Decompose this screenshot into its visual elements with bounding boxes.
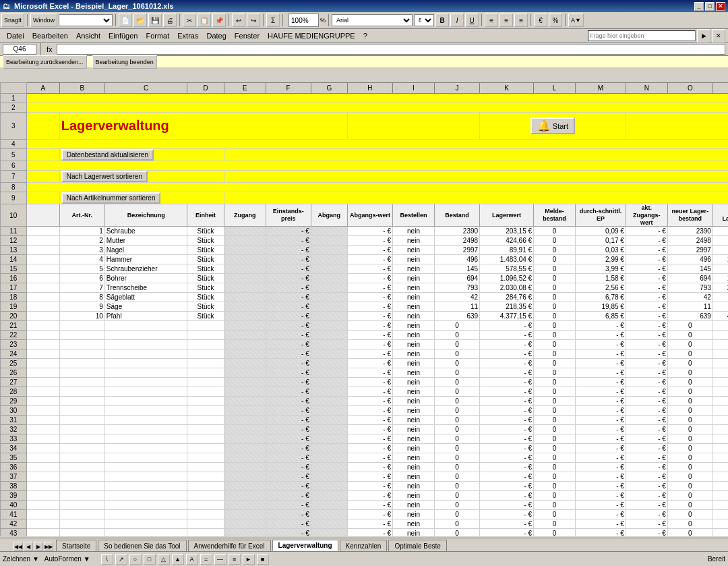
font-name-select[interactable]: Arial: [332, 14, 413, 26]
menu-dateg[interactable]: Dateg: [202, 29, 230, 42]
col-header-e[interactable]: E: [224, 83, 266, 94]
snagit-btn[interactable]: SnagIt: [1, 13, 24, 27]
col-header-g[interactable]: G: [311, 83, 347, 94]
menu-einfuegen[interactable]: Einfügen: [104, 29, 142, 42]
color-btn[interactable]: A▼: [568, 13, 584, 27]
draw-rect-btn[interactable]: □: [144, 554, 156, 565]
play-btn[interactable]: ►: [243, 554, 255, 565]
separator-line-btn[interactable]: =: [200, 554, 212, 565]
col-header-l[interactable]: L: [534, 83, 576, 94]
percent-btn[interactable]: %: [549, 13, 562, 27]
col-header-h[interactable]: H: [347, 83, 392, 94]
col-header-m[interactable]: M: [576, 83, 626, 94]
cut-btn[interactable]: ✂: [183, 13, 196, 27]
maximize-btn[interactable]: □: [705, 2, 715, 11]
menu-bearbeiten[interactable]: Bearbeiten: [28, 29, 72, 42]
col-header-b[interactable]: B: [59, 83, 104, 94]
col-header-c[interactable]: C: [104, 83, 187, 94]
help-close-btn[interactable]: ✕: [712, 29, 725, 43]
autosum-btn[interactable]: Σ: [266, 13, 280, 27]
col-header-j[interactable]: J: [434, 83, 479, 94]
new-btn[interactable]: 📄: [119, 13, 132, 27]
col-header-n[interactable]: N: [626, 83, 667, 94]
menu-haufe[interactable]: HAUFE MEDIENGRUPPE: [264, 29, 359, 42]
formula-input[interactable]: [57, 44, 725, 55]
send-edit-btn[interactable]: Bearbeitung zurücksenden...: [3, 55, 87, 69]
table-row: 40- €- €nein0- €0- €- €0- €: [1, 501, 729, 510]
sep10: [565, 14, 566, 26]
currency-btn[interactable]: €: [534, 13, 547, 27]
menu-extras[interactable]: Extras: [173, 29, 202, 42]
tab-first-btn[interactable]: ◀◀: [13, 542, 23, 551]
undo-btn[interactable]: ↩: [232, 13, 245, 27]
dash-btn[interactable]: —: [214, 554, 226, 565]
cell-reference[interactable]: [3, 44, 36, 55]
table-row: 14 4 Hammer Stück - € - € nein 496 1.483…: [1, 255, 729, 264]
table-row: 20 10 Pfahl Stück - € - € nein 639 4.377…: [1, 312, 729, 321]
align-right-btn[interactable]: ≡: [514, 13, 528, 27]
menu-help[interactable]: ?: [359, 29, 371, 42]
tab-prev-btn[interactable]: ◀: [24, 542, 33, 551]
tab-optimale[interactable]: Optimale Beste: [388, 540, 446, 551]
row5-rest: [224, 149, 728, 161]
col-header-o[interactable]: O: [667, 83, 712, 94]
tab-bedienen[interactable]: So bedienen Sie das Tool: [98, 540, 186, 551]
draw-fill-btn[interactable]: ▲: [172, 554, 184, 565]
align-btn[interactable]: ≡: [229, 554, 241, 565]
zoom-input[interactable]: [289, 13, 319, 27]
paste-btn[interactable]: 📌: [212, 13, 226, 27]
tab-kennzahlen[interactable]: Kennzahlen: [340, 540, 388, 551]
window-dropdown[interactable]: [59, 14, 113, 26]
save-btn[interactable]: 💾: [148, 13, 162, 27]
print-btn[interactable]: 🖨: [163, 13, 177, 27]
draw-arrow-btn[interactable]: ↗: [115, 554, 127, 565]
font-size-select[interactable]: 8: [414, 14, 434, 26]
start-button[interactable]: 🔔 Start: [530, 117, 575, 134]
text-btn[interactable]: A: [186, 554, 198, 565]
underline-btn[interactable]: U: [465, 13, 479, 27]
tab-startseite[interactable]: Startseite: [56, 540, 96, 551]
tab-last-btn[interactable]: ▶▶: [44, 542, 53, 551]
menu-datei[interactable]: Datei: [3, 29, 28, 42]
bold-btn[interactable]: B: [435, 13, 449, 27]
align-center-btn[interactable]: ≡: [499, 13, 513, 27]
col-header-f[interactable]: F: [266, 83, 311, 94]
sort-article-button[interactable]: Nach Artikelnummer sortieren: [61, 192, 161, 204]
italic-btn[interactable]: I: [450, 13, 464, 27]
col-header-k[interactable]: K: [480, 83, 534, 94]
redo-btn[interactable]: ↪: [247, 13, 260, 27]
stop-btn[interactable]: ■: [257, 554, 269, 565]
close-btn[interactable]: ✕: [716, 2, 725, 11]
header-bestand: Bestand: [434, 204, 479, 227]
col-header-d[interactable]: D: [187, 83, 224, 94]
update-button[interactable]: Datenbestand aktualisieren: [61, 149, 154, 161]
draw-triangle-btn[interactable]: △: [158, 554, 170, 565]
start-btn-cell: 🔔 Start: [480, 113, 626, 140]
col-header-i[interactable]: I: [393, 83, 435, 94]
tab-next-btn[interactable]: ▶: [34, 542, 43, 551]
draw-circle-btn[interactable]: ○: [129, 554, 142, 565]
sort-value-button[interactable]: Nach Lagerwert sortieren: [61, 171, 148, 182]
row-5: 5: [1, 149, 27, 161]
open-btn[interactable]: 📂: [133, 13, 147, 27]
col-header-p[interactable]: P: [712, 83, 728, 94]
align-left-btn[interactable]: ≡: [485, 13, 498, 27]
menu-fenster[interactable]: Fenster: [231, 29, 264, 42]
header-einheit: Einheit: [187, 204, 224, 227]
help-search-input[interactable]: [588, 30, 696, 41]
header-lagerwert: Lagerwert: [480, 204, 534, 227]
help-search-btn[interactable]: ▶: [697, 29, 710, 43]
col-header-a[interactable]: A: [26, 83, 59, 94]
draw-line-btn[interactable]: \: [101, 554, 113, 565]
copy-btn[interactable]: 📋: [198, 13, 211, 27]
tab-lagerverwaltung[interactable]: Lagerverwaltung: [272, 540, 338, 551]
minimize-btn[interactable]: _: [694, 2, 704, 11]
menu-format[interactable]: Format: [142, 29, 173, 42]
autoformen-label[interactable]: AutoFormen ▼: [44, 555, 90, 563]
tab-anwender[interactable]: Anwenderhilfe für Excel: [188, 540, 271, 551]
draw-label[interactable]: Zeichnen ▼: [3, 555, 39, 563]
title-bar: 🗂 Microsoft Excel - Beispiel_Lager_10610…: [0, 0, 728, 12]
menu-ansicht[interactable]: Ansicht: [72, 29, 104, 42]
row9-rest: [224, 192, 728, 204]
end-edit-btn[interactable]: Bearbeitung beenden: [92, 55, 157, 69]
